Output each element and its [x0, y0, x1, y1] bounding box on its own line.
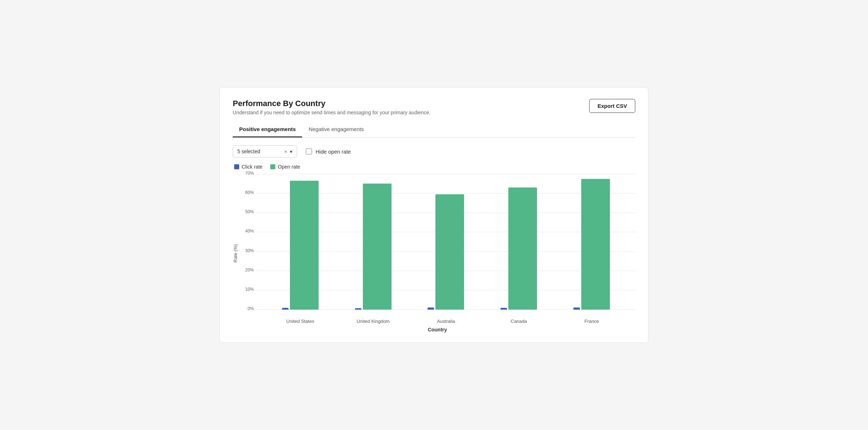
- chart-inner: 70%60%50%40%30%20%10%0% United StatesUni…: [240, 174, 635, 324]
- click-rate-bar: [355, 308, 361, 310]
- bar-group: [487, 188, 551, 310]
- performance-by-country-card: Performance By Country Understand if you…: [220, 87, 648, 343]
- y-tick-label: 50%: [240, 209, 254, 214]
- chart-legend: Click rate Open rate: [234, 164, 635, 170]
- open-rate-bar: [290, 181, 319, 310]
- click-rate-bar: [428, 308, 434, 310]
- click-rate-bar: [282, 308, 288, 310]
- open-rate-bar: [508, 188, 537, 310]
- open-rate-bar: [581, 179, 610, 310]
- y-tick-label: 0%: [240, 306, 254, 311]
- page-subtitle: Understand if you need to optimize send …: [233, 110, 430, 115]
- click-rate-legend-label: Click rate: [242, 164, 262, 170]
- open-rate-color-dot: [270, 164, 275, 169]
- bars-area: [257, 174, 635, 310]
- click-rate-color-dot: [234, 164, 239, 169]
- y-tick-label: 40%: [240, 229, 254, 234]
- chart-container: 70%60%50%40%30%20%10%0% United StatesUni…: [240, 174, 635, 332]
- hide-open-rate-text: Hide open rate: [316, 149, 351, 155]
- y-tick-label: 60%: [240, 190, 254, 195]
- open-rate-bar: [435, 194, 464, 310]
- x-axis-country-label: United Kingdom: [341, 319, 405, 324]
- legend-open-rate: Open rate: [270, 164, 300, 170]
- tab-negative-engagements[interactable]: Negative engagements: [302, 122, 370, 138]
- tab-positive-engagements[interactable]: Positive engagements: [233, 122, 302, 138]
- y-tick-label: 10%: [240, 287, 254, 292]
- export-csv-button[interactable]: Export CSV: [589, 99, 635, 113]
- x-labels: United StatesUnited KingdomAustraliaCana…: [257, 319, 635, 324]
- x-axis-label: Country: [240, 327, 635, 332]
- tabs-container: Positive engagements Negative engagement…: [233, 122, 635, 138]
- click-rate-bar: [573, 308, 580, 310]
- bar-group: [341, 184, 405, 310]
- chevron-down-icon[interactable]: ▾: [290, 149, 292, 154]
- selected-count-text: 5 selected: [237, 149, 281, 154]
- hide-open-rate-checkbox[interactable]: [306, 148, 312, 155]
- x-axis-country-label: Australia: [414, 319, 478, 324]
- open-rate-bar: [363, 184, 391, 310]
- y-axis-label: Rate (%): [233, 174, 238, 332]
- country-select-dropdown[interactable]: 5 selected × ▾: [233, 145, 297, 158]
- x-axis-country-label: United States: [268, 319, 332, 324]
- title-block: Performance By Country Understand if you…: [233, 99, 430, 115]
- y-tick-label: 30%: [240, 248, 254, 253]
- y-tick-label: 20%: [240, 268, 254, 272]
- chart-area: Rate (%) 70%60%50%40%30%20%10%0% United …: [233, 174, 635, 332]
- x-axis-country-label: France: [559, 319, 624, 324]
- bar-group: [559, 179, 624, 310]
- bar-group: [268, 181, 332, 310]
- bar-group: [414, 194, 478, 310]
- click-rate-bar: [500, 308, 507, 310]
- x-axis-country-label: Canada: [487, 319, 551, 324]
- hide-open-rate-label[interactable]: Hide open rate: [306, 148, 351, 155]
- page-title: Performance By Country: [233, 99, 430, 108]
- controls-row: 5 selected × ▾ Hide open rate: [233, 145, 635, 158]
- header-row: Performance By Country Understand if you…: [233, 99, 635, 115]
- legend-click-rate: Click rate: [234, 164, 262, 170]
- clear-selection-icon[interactable]: ×: [284, 149, 287, 154]
- y-tick-label: 70%: [240, 171, 254, 176]
- open-rate-legend-label: Open rate: [278, 164, 300, 170]
